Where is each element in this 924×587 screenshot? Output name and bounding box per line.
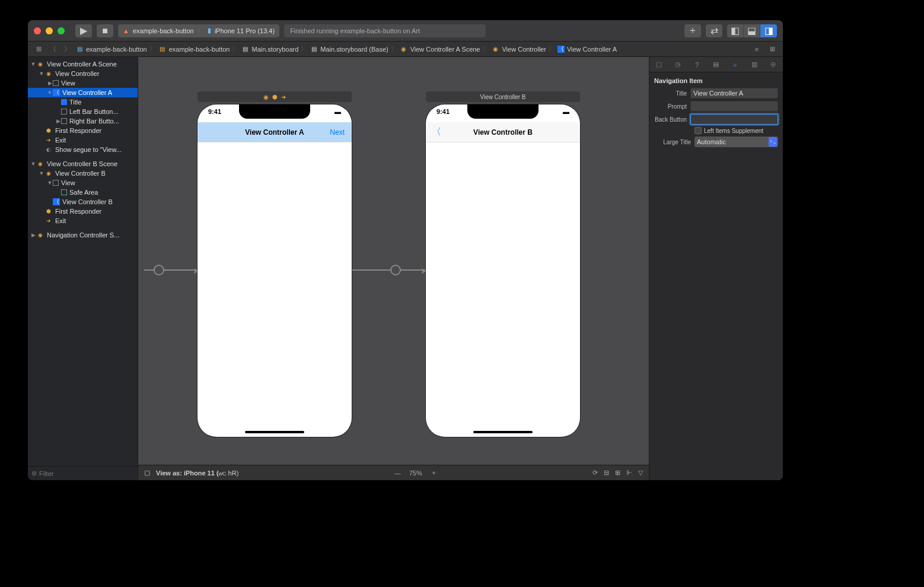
file-inspector-tab[interactable]: ▢ (653, 59, 665, 70)
jump-bar: ⊞ 〈 〉 ▤example-back-button〉 ▤example-bac… (28, 42, 783, 57)
forward-button[interactable]: 〉 (61, 44, 73, 55)
back-button[interactable]: 〈 (47, 44, 59, 55)
scene-b[interactable]: ▼◉View Controller B Scene (28, 159, 138, 169)
segue-kind-icon[interactable] (390, 265, 401, 275)
next-button[interactable]: Next (330, 128, 345, 137)
identity-inspector-tab[interactable]: ▤ (710, 59, 722, 70)
title-label: Title (654, 90, 687, 97)
related-items-button[interactable]: ⊞ (33, 44, 44, 55)
pin-button[interactable]: ⊩ (626, 469, 632, 477)
update-frames-button[interactable]: ⟳ (592, 469, 598, 477)
view-as-button[interactable]: View as: iPhone 11 (wC hR) (156, 469, 238, 477)
toggle-inspector-button[interactable]: ◨ (760, 24, 777, 37)
outline-tree[interactable]: ▼◉View Controller A Scene ▼◉View Control… (28, 57, 138, 466)
status-bar: 9:41▬ (426, 108, 580, 120)
scene-a-exit[interactable]: ➜Exit (28, 135, 138, 145)
scheme-name: example-back-button (133, 27, 194, 34)
activity-status: Finished running example-back-button on … (284, 24, 485, 37)
stop-button[interactable]: ■ (97, 24, 113, 37)
back-button-field[interactable] (690, 114, 778, 125)
close-button[interactable] (34, 27, 41, 34)
segue-line-root (144, 269, 197, 271)
toggle-debug-button[interactable]: ⬓ (744, 24, 760, 37)
nav-bar-a[interactable]: View Controller A Next (197, 122, 352, 142)
document-outline: ▼◉View Controller A Scene ▼◉View Control… (28, 57, 138, 480)
scene-b-fr[interactable]: ⬢First Responder (28, 207, 138, 216)
zoom-level[interactable]: 75% (409, 469, 422, 477)
nav-bar-b[interactable]: 〈 View Controller B (426, 122, 580, 142)
segue-kind-icon[interactable] (154, 265, 164, 275)
navigation-item-section: Navigation Item Title Prompt Back Button (649, 72, 783, 151)
scheme-selector[interactable]: ▲ example-back-button 〉 ▮ iPhone 11 Pro … (118, 24, 279, 37)
canvas-footer: ▢ View as: iPhone 11 (wC hR) — 75% ＋ ⟳ ⊟… (138, 465, 649, 480)
scene-a-view[interactable]: ▶View (28, 78, 138, 88)
minimize-button[interactable] (46, 27, 53, 34)
home-indicator (245, 431, 304, 433)
scene-a-segue[interactable]: ◐Show segue to "View... (28, 145, 138, 154)
zoom-out-button[interactable]: — (394, 469, 401, 477)
scene-a-fr[interactable]: ⬢First Responder (28, 126, 138, 135)
inspector-tabs: ▢ ◷ ? ▤ ⟐ ▥ ⊝ (649, 57, 783, 72)
crumb-storyboard[interactable]: ▤Main.storyboard (241, 45, 298, 53)
checkbox-icon (694, 127, 702, 134)
toggle-navigator-button[interactable]: ◧ (727, 24, 744, 37)
scene-a-vc[interactable]: ▼◉View Controller (28, 69, 138, 78)
left-items-supplement-checkbox[interactable]: Left Items Supplement (694, 127, 763, 134)
zoom-button[interactable] (58, 27, 65, 34)
crumb-vc[interactable]: ◉View Controller (491, 45, 546, 53)
prompt-field[interactable] (690, 101, 778, 112)
scene-a-navitem[interactable]: ▼〈View Controller A (28, 88, 138, 97)
scene-b-navitem[interactable]: 〈View Controller B (28, 197, 138, 207)
history-inspector-tab[interactable]: ◷ (672, 59, 684, 70)
large-title-select[interactable]: Automatic (694, 137, 778, 147)
storyboard-canvas[interactable]: ➤ ➤ ◉⬢➜ 9:41▬ View Controller A Next (138, 57, 649, 480)
section-header: Navigation Item (649, 75, 783, 87)
adjust-editor-button[interactable]: ≡ (751, 44, 763, 55)
add-editor-button[interactable]: ⊞ (766, 44, 778, 55)
resolve-button[interactable]: ▽ (638, 469, 643, 477)
size-inspector-tab[interactable]: ▥ (748, 59, 760, 70)
segue-line-show (352, 269, 426, 271)
scene-b-safe[interactable]: Safe Area (28, 188, 138, 197)
embed-button[interactable]: ⊟ (604, 469, 609, 477)
connections-inspector-tab[interactable]: ⊝ (767, 59, 779, 70)
xcode-window: ▶ ■ ▲ example-back-button 〉 ▮ iPhone 11 … (28, 20, 783, 480)
crumb-project[interactable]: ▤example-back-button (75, 45, 147, 53)
home-indicator (473, 431, 533, 433)
filter-icon: ⊚ (31, 469, 37, 477)
destination-name: iPhone 11 Pro (13.4) (215, 27, 275, 34)
scene-b-view[interactable]: ▼View (28, 178, 138, 188)
crumb-scene[interactable]: ◉View Controller A Scene (400, 45, 480, 53)
align-button[interactable]: ⊞ (615, 469, 620, 477)
title-field[interactable] (690, 88, 778, 99)
device-preview-b[interactable]: View Controller B 9:41▬ 〈 View Controlle… (426, 104, 580, 437)
run-button[interactable]: ▶ (75, 24, 92, 37)
large-title-label: Large Title (654, 139, 691, 145)
back-chevron-icon[interactable]: 〈 (432, 126, 441, 138)
zoom-in-button[interactable]: ＋ (431, 468, 437, 477)
scene-b-vc[interactable]: ▼◉View Controller B (28, 169, 138, 178)
main-area: ▼◉View Controller A Scene ▼◉View Control… (28, 57, 783, 480)
crumb-navitem[interactable]: 〈View Controller A (557, 46, 617, 53)
attributes-inspector-tab[interactable]: ⟐ (729, 59, 741, 70)
crumb-folder[interactable]: ▤example-back-button (158, 45, 230, 53)
nav-scene[interactable]: ▶◉Navigation Controller S... (28, 230, 138, 240)
scene-a-title[interactable]: Title (28, 97, 138, 107)
scene-a-rightbar[interactable]: ▶Right Bar Butto... (28, 116, 138, 126)
prompt-label: Prompt (654, 103, 687, 110)
library-button[interactable]: ＋ (684, 24, 701, 37)
inspector-panel: ▢ ◷ ? ▤ ⟐ ▥ ⊝ Navigation Item Title Prom… (649, 57, 783, 480)
filter-placeholder: Filter (39, 470, 53, 477)
outline-filter[interactable]: ⊚ Filter (28, 466, 138, 480)
scene-a[interactable]: ▼◉View Controller A Scene (28, 59, 138, 69)
crumb-base[interactable]: ▤Main.storyboard (Base) (310, 45, 388, 53)
scene-b-exit[interactable]: ➜Exit (28, 216, 138, 226)
status-bar: 9:41▬ (197, 108, 352, 120)
help-inspector-tab[interactable]: ? (691, 59, 703, 70)
toggle-outline-button[interactable]: ▢ (144, 469, 150, 477)
code-review-button[interactable]: ⇄ (706, 24, 722, 37)
scene-header-b[interactable]: View Controller B (426, 91, 580, 102)
device-preview-a[interactable]: ◉⬢➜ 9:41▬ View Controller A Next (197, 104, 352, 437)
scene-a-leftbar[interactable]: Left Bar Button... (28, 107, 138, 116)
scene-header-a[interactable]: ◉⬢➜ (197, 91, 352, 102)
